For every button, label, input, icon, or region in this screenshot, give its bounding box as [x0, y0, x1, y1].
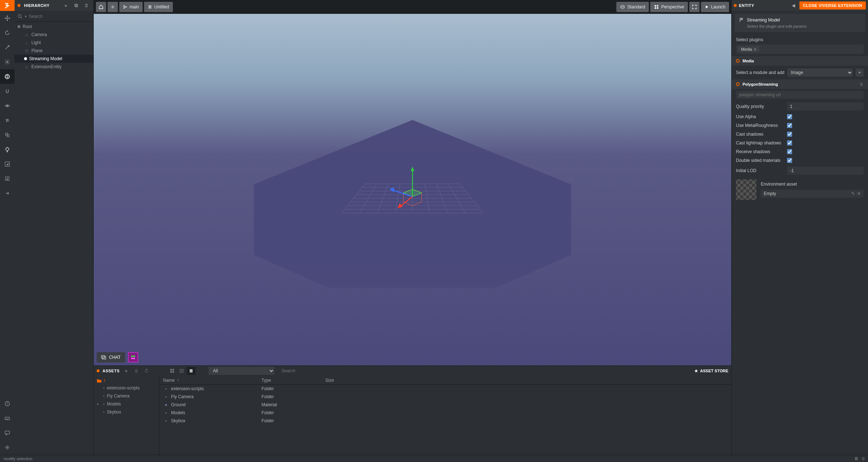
list-view-icon[interactable]: [187, 367, 195, 375]
svg-rect-6: [7, 135, 9, 137]
asset-row-type: Folder: [261, 394, 325, 399]
asset-filter-select[interactable]: All: [209, 367, 274, 375]
add-entity-icon[interactable]: ＋: [62, 1, 70, 9]
world-tool-icon[interactable]: [0, 69, 15, 84]
delete-entity-icon[interactable]: [82, 1, 90, 9]
inspector-title: ENTITY: [739, 3, 787, 8]
resize-tool-icon[interactable]: [0, 55, 15, 69]
snap-tool-icon[interactable]: [0, 84, 15, 98]
scale-tool-icon[interactable]: [0, 40, 15, 55]
svg-point-14: [7, 447, 8, 448]
env-value-field[interactable]: Empty ✎ ✕: [761, 190, 864, 198]
home-button[interactable]: [96, 2, 106, 12]
polygon-url-input[interactable]: [736, 91, 864, 99]
scene-button[interactable]: Untitled: [144, 2, 173, 12]
rotate-tool-icon[interactable]: [0, 26, 15, 40]
asset-row[interactable]: ▪Fly CameraFolder: [159, 393, 731, 401]
duplicate-entity-icon[interactable]: [72, 1, 80, 9]
move-tool-icon[interactable]: [0, 11, 15, 26]
module-select[interactable]: Image: [787, 69, 853, 77]
close-extension-button[interactable]: CLOSE VIVERSE EXTENSION: [799, 1, 866, 9]
svg-rect-23: [657, 5, 658, 7]
svg-rect-69: [180, 372, 181, 373]
use-alpha-checkbox[interactable]: [787, 114, 792, 119]
asset-row[interactable]: ●GroundMaterial: [159, 401, 731, 409]
branch-button[interactable]: main: [119, 2, 143, 12]
tree-item-streaming-model[interactable]: Streaming Model: [15, 55, 93, 63]
asset-tree-label: Models: [107, 401, 121, 407]
delete-asset-icon[interactable]: [133, 367, 140, 374]
asset-tree-folder[interactable]: +▪Models: [94, 400, 159, 408]
polygon-section-header[interactable]: PolygonStreaming: [732, 79, 868, 89]
projection-button[interactable]: Perspective: [650, 2, 688, 12]
asset-tree-folder[interactable]: ▪extension-scripts: [94, 384, 159, 392]
edit-icon[interactable]: ✎: [851, 191, 855, 196]
tree-item-camera[interactable]: ◇Camera: [15, 31, 93, 39]
column-type[interactable]: Type: [261, 378, 325, 383]
tree-item-label: Streaming Model: [29, 56, 62, 61]
status-log-icon[interactable]: [854, 457, 859, 461]
tree-item-extension-entity[interactable]: ◇ExtensionEntity: [15, 63, 93, 71]
launch-button[interactable]: Launch: [701, 2, 729, 12]
cast-lm-checkbox[interactable]: [787, 140, 792, 145]
asset-tree-folder[interactable]: ▪Skybox: [94, 408, 159, 416]
remove-chip-icon[interactable]: ✕: [753, 47, 756, 51]
refresh-asset-icon[interactable]: [143, 367, 150, 374]
plugin-chip[interactable]: Media✕: [738, 46, 759, 52]
asset-row[interactable]: ▪SkyboxFolder: [159, 417, 731, 425]
viewport-3d[interactable]: CHAT: [94, 14, 731, 365]
cast-shadows-checkbox[interactable]: [787, 132, 792, 137]
clear-icon[interactable]: ✕: [857, 191, 861, 196]
add-asset-icon[interactable]: ＋: [123, 367, 130, 374]
svg-rect-13: [5, 431, 9, 434]
asset-row[interactable]: ▪ModelsFolder: [159, 409, 731, 417]
tree-item-light[interactable]: ☼Light: [15, 39, 93, 47]
tree-root[interactable]: Root: [15, 23, 93, 31]
use-mr-checkbox[interactable]: [787, 123, 792, 128]
entity-bullet-icon: [24, 57, 27, 60]
double-sided-checkbox[interactable]: [787, 158, 792, 163]
quality-input[interactable]: [787, 102, 864, 110]
user-avatar[interactable]: [128, 352, 138, 362]
visibility-tool-icon[interactable]: [0, 98, 15, 113]
grid-large-view-icon[interactable]: [168, 367, 177, 375]
svg-rect-12: [5, 417, 9, 420]
settings-icon[interactable]: [0, 440, 15, 455]
collapse-inspector-icon[interactable]: ◀: [790, 3, 797, 8]
delete-section-icon[interactable]: [859, 82, 864, 86]
media-section-header[interactable]: Media: [732, 56, 868, 66]
app-logo[interactable]: [0, 0, 15, 11]
transfer-tool-icon[interactable]: [0, 128, 15, 142]
add-module-button[interactable]: +: [856, 69, 864, 77]
asset-store-button[interactable]: ★ASSET STORE: [694, 369, 728, 373]
settings-button[interactable]: [108, 2, 118, 12]
env-thumbnail[interactable]: [736, 179, 756, 200]
tree-item-label: Light: [31, 40, 41, 45]
assets-root-folder[interactable]: /: [94, 377, 159, 384]
hierarchy-search-input[interactable]: [29, 14, 90, 19]
chat-button[interactable]: CHAT: [97, 352, 125, 362]
help-icon[interactable]: ?: [0, 396, 15, 411]
next-tool-icon[interactable]: [0, 186, 15, 201]
keyboard-icon[interactable]: [0, 411, 15, 426]
projection-label: Perspective: [661, 4, 684, 9]
view-mode-button[interactable]: Standard: [616, 2, 649, 12]
tree-item-plane[interactable]: ⬡Plane: [15, 47, 93, 55]
asset-row[interactable]: ▪extension-scriptsFolder: [159, 385, 731, 393]
column-size[interactable]: Size: [325, 378, 354, 383]
column-name[interactable]: Name↑: [159, 378, 261, 383]
asset-tree-folder[interactable]: ▪Fly Camera: [94, 392, 159, 400]
receive-shadows-checkbox[interactable]: [787, 149, 792, 154]
folder-icon: ▪: [103, 394, 105, 398]
swap-tool-icon[interactable]: [0, 113, 15, 128]
edit-tool-icon[interactable]: [0, 157, 15, 171]
search-dropdown-icon[interactable]: ▾: [25, 15, 27, 18]
lightbulb-tool-icon[interactable]: [0, 142, 15, 157]
asset-search-input[interactable]: [277, 368, 691, 373]
initial-lod-input[interactable]: [787, 167, 864, 175]
grid-small-view-icon[interactable]: [177, 367, 186, 375]
fullscreen-button[interactable]: [689, 2, 700, 12]
import-tool-icon[interactable]: [0, 171, 15, 186]
expand-icon[interactable]: +: [97, 402, 99, 406]
feedback-icon[interactable]: [0, 426, 15, 440]
